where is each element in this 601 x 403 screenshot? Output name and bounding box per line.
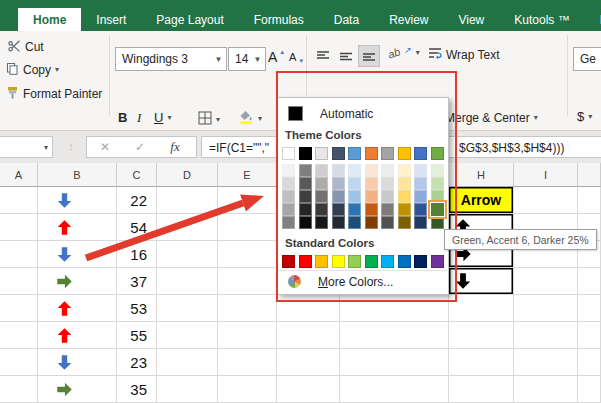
font-name-combobox[interactable]: Wingdings 3 ▼ <box>115 47 227 71</box>
color-swatch[interactable] <box>431 255 444 268</box>
color-swatch[interactable] <box>282 147 295 160</box>
cell[interactable]: 16 <box>117 241 157 268</box>
color-swatch[interactable] <box>365 203 378 216</box>
color-swatch[interactable] <box>332 190 345 203</box>
insert-function-icon[interactable]: fx <box>164 136 186 158</box>
cell[interactable] <box>277 376 340 403</box>
selected-color-swatch[interactable] <box>431 203 444 216</box>
cell[interactable]: 54 <box>117 214 157 241</box>
cell[interactable] <box>0 349 38 376</box>
color-swatch[interactable] <box>332 203 345 216</box>
color-swatch[interactable] <box>299 190 312 203</box>
cell[interactable] <box>277 295 340 322</box>
font-size-combobox[interactable]: 14 ▼ <box>228 47 266 71</box>
ribbon-tab-page-layout[interactable]: Page Layout <box>141 8 238 31</box>
color-swatch[interactable] <box>348 177 361 190</box>
column-header-c[interactable]: C <box>117 163 157 187</box>
cell[interactable] <box>578 295 601 322</box>
color-swatch[interactable] <box>414 190 427 203</box>
ribbon-tab-data[interactable]: Data <box>319 8 374 31</box>
cell[interactable] <box>0 187 38 214</box>
color-swatch[interactable] <box>315 177 328 190</box>
arrow-template-cell[interactable] <box>449 268 514 295</box>
increase-font-size-button[interactable]: A▲ <box>268 49 287 65</box>
cell[interactable] <box>0 268 38 295</box>
column-header-h[interactable]: H <box>449 163 514 187</box>
cell[interactable] <box>0 322 38 349</box>
cell[interactable] <box>0 214 38 241</box>
color-swatch[interactable] <box>348 190 361 203</box>
cell[interactable] <box>218 187 277 214</box>
color-swatch[interactable] <box>381 164 394 177</box>
column-header-e[interactable]: E <box>218 163 277 187</box>
align-bottom-button[interactable] <box>358 45 380 67</box>
more-colors-item[interactable]: More Colors... <box>279 270 447 292</box>
arrow-header-cell[interactable]: Arrow <box>449 187 514 214</box>
color-swatch[interactable] <box>431 164 444 177</box>
color-swatch[interactable] <box>282 203 295 216</box>
cell[interactable] <box>38 295 117 322</box>
color-swatch[interactable] <box>315 216 328 229</box>
color-swatch[interactable] <box>398 177 411 190</box>
copy-button[interactable]: Copy ▾ <box>6 62 59 78</box>
cell[interactable] <box>277 349 340 376</box>
cell[interactable] <box>157 268 218 295</box>
color-swatch[interactable] <box>299 147 312 160</box>
color-swatch[interactable] <box>398 255 411 268</box>
decrease-font-size-button[interactable]: A▼ <box>289 51 306 63</box>
cell[interactable] <box>157 295 218 322</box>
color-swatch[interactable] <box>414 177 427 190</box>
cell[interactable] <box>218 349 277 376</box>
cell[interactable] <box>578 322 601 349</box>
color-swatch[interactable] <box>381 147 394 160</box>
underline-button[interactable]: U ▾ <box>154 110 171 125</box>
color-swatch[interactable] <box>381 216 394 229</box>
cell[interactable]: 22 <box>117 187 157 214</box>
color-swatch[interactable] <box>431 190 444 203</box>
color-swatch[interactable] <box>398 203 411 216</box>
cell[interactable] <box>157 376 218 403</box>
cell[interactable] <box>514 349 578 376</box>
color-swatch[interactable] <box>315 164 328 177</box>
enter-icon[interactable]: ✓ <box>131 136 149 158</box>
color-swatch[interactable] <box>381 203 394 216</box>
cell[interactable]: 23 <box>117 349 157 376</box>
cell[interactable] <box>218 376 277 403</box>
color-swatch[interactable] <box>381 177 394 190</box>
color-swatch[interactable] <box>315 255 328 268</box>
cell[interactable] <box>0 295 38 322</box>
cell[interactable] <box>218 241 277 268</box>
color-swatch[interactable] <box>332 164 345 177</box>
cell[interactable] <box>277 322 340 349</box>
color-swatch[interactable] <box>282 216 295 229</box>
ribbon-tab-review[interactable]: Review <box>374 8 443 31</box>
cell[interactable]: 37 <box>117 268 157 295</box>
cell[interactable] <box>38 241 117 268</box>
color-swatch[interactable] <box>348 203 361 216</box>
color-swatch[interactable] <box>348 164 361 177</box>
column-header-i[interactable]: I <box>514 163 578 187</box>
cell[interactable] <box>218 295 277 322</box>
cell[interactable] <box>38 214 117 241</box>
color-swatch[interactable] <box>282 255 295 268</box>
color-swatch[interactable] <box>398 164 411 177</box>
cell[interactable] <box>514 376 578 403</box>
wrap-text-button[interactable]: Wrap Text <box>428 47 500 63</box>
cell[interactable] <box>449 295 514 322</box>
cell[interactable] <box>218 214 277 241</box>
borders-button[interactable]: ▾ <box>198 111 220 128</box>
cut-button[interactable]: Cut <box>8 39 44 55</box>
cell[interactable] <box>578 187 601 214</box>
cell[interactable] <box>578 376 601 403</box>
color-swatch[interactable] <box>414 203 427 216</box>
cell[interactable] <box>38 322 117 349</box>
cell[interactable] <box>578 349 601 376</box>
italic-button[interactable]: I <box>137 110 141 126</box>
color-swatch[interactable] <box>398 147 411 160</box>
color-swatch[interactable] <box>282 164 295 177</box>
orientation-button[interactable]: ab ↗ ▾ <box>388 47 420 59</box>
cell[interactable] <box>218 268 277 295</box>
bold-button[interactable]: B <box>118 110 127 125</box>
column-header-d[interactable]: D <box>157 163 218 187</box>
color-swatch[interactable] <box>381 190 394 203</box>
